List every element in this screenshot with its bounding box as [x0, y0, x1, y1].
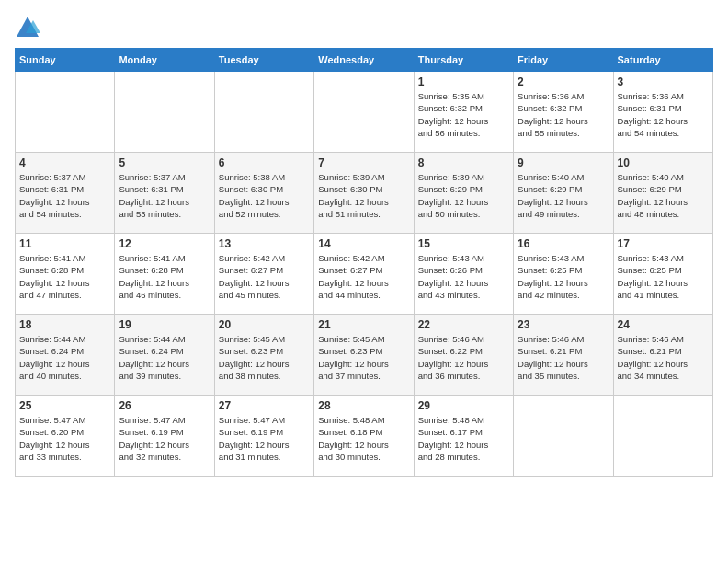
calendar-cell: 28Sunrise: 5:48 AM Sunset: 6:18 PM Dayli…: [314, 396, 414, 477]
header-day-tuesday: Tuesday: [214, 49, 313, 72]
day-number: 8: [418, 156, 509, 169]
day-info: Sunrise: 5:47 AM Sunset: 6:19 PM Dayligh…: [219, 414, 310, 463]
calendar-week-1: 4Sunrise: 5:37 AM Sunset: 6:31 PM Daylig…: [16, 153, 713, 234]
calendar-cell: 8Sunrise: 5:39 AM Sunset: 6:29 PM Daylig…: [414, 153, 513, 234]
calendar-cell: 16Sunrise: 5:43 AM Sunset: 6:25 PM Dayli…: [514, 234, 613, 315]
calendar-cell: [514, 396, 613, 477]
day-number: 11: [19, 237, 110, 250]
day-number: 19: [119, 318, 210, 331]
day-info: Sunrise: 5:39 AM Sunset: 6:30 PM Dayligh…: [318, 171, 409, 220]
page-header: [15, 15, 713, 40]
calendar-cell: 27Sunrise: 5:47 AM Sunset: 6:19 PM Dayli…: [214, 396, 313, 477]
day-info: Sunrise: 5:48 AM Sunset: 6:18 PM Dayligh…: [318, 414, 409, 463]
day-info: Sunrise: 5:44 AM Sunset: 6:24 PM Dayligh…: [119, 333, 210, 382]
calendar-cell: [314, 72, 414, 153]
calendar-cell: [16, 72, 115, 153]
day-number: 24: [618, 318, 709, 331]
day-number: 26: [119, 399, 210, 412]
day-info: Sunrise: 5:37 AM Sunset: 6:31 PM Dayligh…: [19, 171, 110, 220]
day-number: 23: [518, 318, 609, 331]
day-info: Sunrise: 5:46 AM Sunset: 6:21 PM Dayligh…: [518, 333, 609, 382]
calendar-cell: 3Sunrise: 5:36 AM Sunset: 6:31 PM Daylig…: [613, 72, 712, 153]
calendar-cell: 5Sunrise: 5:37 AM Sunset: 6:31 PM Daylig…: [115, 153, 214, 234]
calendar-cell: [115, 72, 214, 153]
calendar-header-row: SundayMondayTuesdayWednesdayThursdayFrid…: [16, 49, 713, 72]
calendar-table: SundayMondayTuesdayWednesdayThursdayFrid…: [15, 48, 713, 477]
header-day-thursday: Thursday: [414, 49, 513, 72]
day-info: Sunrise: 5:45 AM Sunset: 6:23 PM Dayligh…: [318, 333, 409, 382]
day-number: 29: [418, 399, 509, 412]
header-day-saturday: Saturday: [613, 49, 712, 72]
calendar-cell: 29Sunrise: 5:48 AM Sunset: 6:17 PM Dayli…: [414, 396, 513, 477]
day-number: 7: [318, 156, 409, 169]
day-info: Sunrise: 5:46 AM Sunset: 6:21 PM Dayligh…: [618, 333, 709, 382]
day-info: Sunrise: 5:41 AM Sunset: 6:28 PM Dayligh…: [119, 252, 210, 301]
calendar-cell: 11Sunrise: 5:41 AM Sunset: 6:28 PM Dayli…: [16, 234, 115, 315]
calendar-cell: 4Sunrise: 5:37 AM Sunset: 6:31 PM Daylig…: [16, 153, 115, 234]
header-day-wednesday: Wednesday: [314, 49, 414, 72]
day-info: Sunrise: 5:44 AM Sunset: 6:24 PM Dayligh…: [19, 333, 110, 382]
logo-icon: [15, 15, 40, 40]
day-number: 5: [119, 156, 210, 169]
day-number: 17: [618, 237, 709, 250]
day-number: 25: [19, 399, 110, 412]
day-number: 27: [219, 399, 310, 412]
day-info: Sunrise: 5:41 AM Sunset: 6:28 PM Dayligh…: [19, 252, 110, 301]
calendar-cell: 7Sunrise: 5:39 AM Sunset: 6:30 PM Daylig…: [314, 153, 414, 234]
day-info: Sunrise: 5:37 AM Sunset: 6:31 PM Dayligh…: [119, 171, 210, 220]
day-number: 4: [19, 156, 110, 169]
day-number: 18: [19, 318, 110, 331]
calendar-cell: 23Sunrise: 5:46 AM Sunset: 6:21 PM Dayli…: [514, 315, 613, 396]
day-number: 21: [318, 318, 409, 331]
day-info: Sunrise: 5:36 AM Sunset: 6:31 PM Dayligh…: [618, 90, 709, 139]
day-info: Sunrise: 5:48 AM Sunset: 6:17 PM Dayligh…: [418, 414, 509, 463]
day-info: Sunrise: 5:42 AM Sunset: 6:27 PM Dayligh…: [318, 252, 409, 301]
day-info: Sunrise: 5:38 AM Sunset: 6:30 PM Dayligh…: [219, 171, 310, 220]
day-info: Sunrise: 5:45 AM Sunset: 6:23 PM Dayligh…: [219, 333, 310, 382]
day-info: Sunrise: 5:47 AM Sunset: 6:20 PM Dayligh…: [19, 414, 110, 463]
day-number: 9: [518, 156, 609, 169]
calendar-cell: 14Sunrise: 5:42 AM Sunset: 6:27 PM Dayli…: [314, 234, 414, 315]
day-number: 3: [618, 75, 709, 88]
day-info: Sunrise: 5:40 AM Sunset: 6:29 PM Dayligh…: [618, 171, 709, 220]
day-number: 20: [219, 318, 310, 331]
calendar-cell: 19Sunrise: 5:44 AM Sunset: 6:24 PM Dayli…: [115, 315, 214, 396]
day-number: 2: [518, 75, 609, 88]
calendar-body: 1Sunrise: 5:35 AM Sunset: 6:32 PM Daylig…: [16, 72, 713, 477]
day-number: 13: [219, 237, 310, 250]
day-info: Sunrise: 5:43 AM Sunset: 6:26 PM Dayligh…: [418, 252, 509, 301]
calendar-cell: 17Sunrise: 5:43 AM Sunset: 6:25 PM Dayli…: [613, 234, 712, 315]
day-info: Sunrise: 5:46 AM Sunset: 6:22 PM Dayligh…: [418, 333, 509, 382]
day-info: Sunrise: 5:36 AM Sunset: 6:32 PM Dayligh…: [518, 90, 609, 139]
day-number: 16: [518, 237, 609, 250]
day-info: Sunrise: 5:43 AM Sunset: 6:25 PM Dayligh…: [518, 252, 609, 301]
calendar-cell: [613, 396, 712, 477]
calendar-week-2: 11Sunrise: 5:41 AM Sunset: 6:28 PM Dayli…: [16, 234, 713, 315]
day-number: 14: [318, 237, 409, 250]
calendar-cell: 15Sunrise: 5:43 AM Sunset: 6:26 PM Dayli…: [414, 234, 513, 315]
calendar-cell: 22Sunrise: 5:46 AM Sunset: 6:22 PM Dayli…: [414, 315, 513, 396]
calendar-cell: 20Sunrise: 5:45 AM Sunset: 6:23 PM Dayli…: [214, 315, 313, 396]
header-day-monday: Monday: [115, 49, 214, 72]
calendar-cell: 9Sunrise: 5:40 AM Sunset: 6:29 PM Daylig…: [514, 153, 613, 234]
day-info: Sunrise: 5:39 AM Sunset: 6:29 PM Dayligh…: [418, 171, 509, 220]
day-number: 1: [418, 75, 509, 88]
calendar-week-0: 1Sunrise: 5:35 AM Sunset: 6:32 PM Daylig…: [16, 72, 713, 153]
day-number: 22: [418, 318, 509, 331]
header-day-sunday: Sunday: [16, 49, 115, 72]
calendar-cell: [214, 72, 313, 153]
day-number: 10: [618, 156, 709, 169]
day-number: 15: [418, 237, 509, 250]
day-number: 28: [318, 399, 409, 412]
calendar-week-4: 25Sunrise: 5:47 AM Sunset: 6:20 PM Dayli…: [16, 396, 713, 477]
calendar-cell: 13Sunrise: 5:42 AM Sunset: 6:27 PM Dayli…: [214, 234, 313, 315]
day-number: 12: [119, 237, 210, 250]
calendar-cell: 18Sunrise: 5:44 AM Sunset: 6:24 PM Dayli…: [16, 315, 115, 396]
day-info: Sunrise: 5:47 AM Sunset: 6:19 PM Dayligh…: [119, 414, 210, 463]
calendar-cell: 6Sunrise: 5:38 AM Sunset: 6:30 PM Daylig…: [214, 153, 313, 234]
day-info: Sunrise: 5:42 AM Sunset: 6:27 PM Dayligh…: [219, 252, 310, 301]
calendar-cell: 1Sunrise: 5:35 AM Sunset: 6:32 PM Daylig…: [414, 72, 513, 153]
calendar-cell: 12Sunrise: 5:41 AM Sunset: 6:28 PM Dayli…: [115, 234, 214, 315]
day-info: Sunrise: 5:40 AM Sunset: 6:29 PM Dayligh…: [518, 171, 609, 220]
header-day-friday: Friday: [514, 49, 613, 72]
